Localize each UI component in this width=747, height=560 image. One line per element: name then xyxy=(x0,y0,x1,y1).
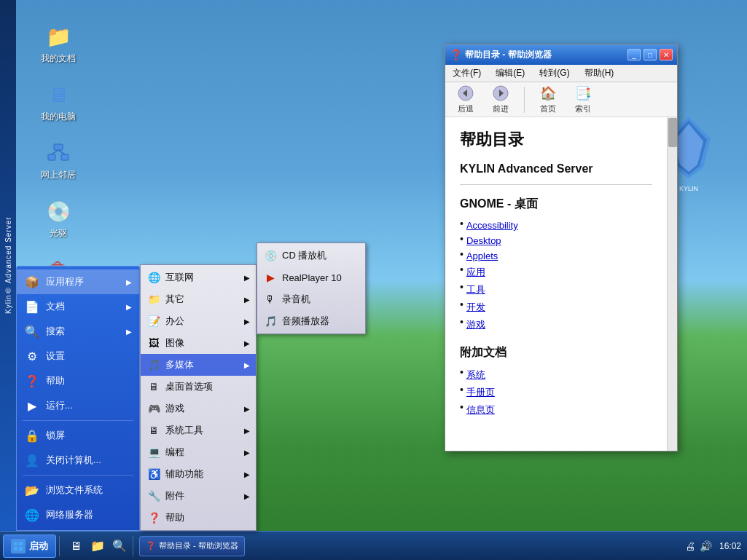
menu-item-lock[interactable]: 🔒 锁屏 xyxy=(17,423,139,448)
help-browser-window[interactable]: ❓ 帮助目录 - 帮助浏览器 _ □ ✕ 文件(F) 编辑(E) 转到(G) 帮… xyxy=(445,44,678,451)
link-games[interactable]: 游戏 xyxy=(466,318,485,331)
maximize-button[interactable]: □ xyxy=(644,49,657,60)
submenu-item-multimedia[interactable]: 🎵 多媒体 ▶ xyxy=(141,354,256,376)
kylin-sidebar-text: Kylin® Advanced Server xyxy=(4,217,12,315)
submenu-item-realplayer[interactable]: ▶ RealPlayer 10 xyxy=(257,267,365,288)
submenu-item-internet[interactable]: 🌐 互联网 ▶ xyxy=(141,267,256,288)
link-desktop[interactable]: Desktop xyxy=(466,235,501,246)
menu-item-shutdown[interactable]: 👤 关闭计算机... xyxy=(17,448,139,473)
help-link-apps: • 应用 xyxy=(460,264,652,281)
help-subtitle: KYLIN Advanced Server xyxy=(460,162,652,176)
menu-separator-bottom xyxy=(23,475,133,476)
menu-item-filemanager[interactable]: 📂 浏览文件系统 xyxy=(17,478,139,502)
close-button[interactable]: ✕ xyxy=(660,49,673,60)
link-system[interactable]: 系统 xyxy=(466,368,485,382)
menu-item-label: 网络服务器 xyxy=(46,508,132,521)
run-icon: ▶ xyxy=(24,398,40,414)
submenu-item-accessibility[interactable]: ♿ 辅助功能 ▶ xyxy=(141,463,256,485)
submenu-label: 图像 xyxy=(165,336,240,350)
window-menubar: 文件(F) 编辑(E) 转到(G) 帮助(H) xyxy=(445,65,677,82)
link-apps[interactable]: 应用 xyxy=(466,266,485,279)
submenu-item-accessories[interactable]: 🔧 附件 ▶ xyxy=(141,485,256,507)
desktop-icon-network[interactable]: 网上邻居 xyxy=(33,138,84,180)
menu-item-search[interactable]: 🔍 搜索 ▶ xyxy=(17,319,139,344)
window-btn-label: 帮助目录 - 帮助浏览器 xyxy=(159,540,238,551)
start-menu: 📦 应用程序 ▶ 📄 文档 ▶ 🔍 搜索 ▶ ⚙ 设置 ❓ 帮助 ▶ 运行...… xyxy=(16,266,140,531)
link-accessibility[interactable]: Accessibility xyxy=(466,220,518,231)
menu-goto[interactable]: 转到(G) xyxy=(535,66,574,81)
taskbar-window-button[interactable]: ❓ 帮助目录 - 帮助浏览器 xyxy=(139,536,245,556)
menu-file[interactable]: 文件(F) xyxy=(448,66,485,81)
svg-rect-16 xyxy=(19,547,23,551)
svg-rect-0 xyxy=(54,144,63,150)
window-title: 帮助目录 - 帮助浏览器 xyxy=(465,49,625,61)
minimize-button[interactable]: _ xyxy=(627,49,641,60)
scrollbar-thumb[interactable] xyxy=(668,118,677,147)
menu-item-label: 锁屏 xyxy=(46,429,132,442)
window-title-icon: ❓ xyxy=(450,49,462,60)
menu-item-settings[interactable]: ⚙ 设置 xyxy=(17,344,139,368)
back-button[interactable]: 后退 xyxy=(451,82,480,117)
menu-item-label: 搜索 xyxy=(46,325,120,338)
submenu-item-games[interactable]: 🎮 游戏 ▶ xyxy=(141,398,256,419)
taskbar-icon-2[interactable]: 📁 xyxy=(87,536,108,556)
submenu-item-programming[interactable]: 💻 编程 ▶ xyxy=(141,441,256,463)
arrow-icon: ▶ xyxy=(244,296,250,304)
desktop-icon-label: 我的电脑 xyxy=(41,111,76,122)
menu-edit[interactable]: 编辑(E) xyxy=(491,66,529,81)
submenu-item-audio-player[interactable]: 🎵 音频播放器 xyxy=(257,310,365,332)
submenu-item-recorder[interactable]: 🎙 录音机 xyxy=(257,288,365,310)
submenu-label: 游戏 xyxy=(165,402,240,415)
tray-icon-network[interactable]: 🔊 xyxy=(700,540,712,552)
link-manpage[interactable]: 手册页 xyxy=(466,386,495,399)
menu-help[interactable]: 帮助(H) xyxy=(580,66,619,81)
help-link-desktop: • Desktop xyxy=(460,233,652,248)
taskbar-divider xyxy=(59,536,60,556)
image-icon: 🖼 xyxy=(146,336,161,350)
home-icon: 🏠 xyxy=(539,84,557,102)
settings-icon: ⚙ xyxy=(24,348,40,364)
arrow-icon: ▶ xyxy=(126,278,132,286)
arrow-icon: ▶ xyxy=(244,361,250,369)
forward-icon xyxy=(492,84,509,102)
desktop-icon-my-docs[interactable]: 📁 我的文档 xyxy=(33,22,84,63)
menu-item-help[interactable]: ❓ 帮助 xyxy=(17,368,139,393)
submenu-item-help2[interactable]: ❓ 帮助 xyxy=(141,507,256,529)
submenu-item-office[interactable]: 📝 办公 ▶ xyxy=(141,310,256,332)
submenu-item-cd-player[interactable]: 💿 CD 播放机 xyxy=(257,245,365,267)
link-infopage[interactable]: 信息页 xyxy=(466,403,495,417)
arrow-icon: ▶ xyxy=(244,405,250,413)
accessibility-icon: ♿ xyxy=(146,467,161,481)
arrow-icon: ▶ xyxy=(244,427,250,435)
scrollbar[interactable] xyxy=(667,117,677,451)
menu-item-apps[interactable]: 📦 应用程序 ▶ xyxy=(17,269,139,294)
desktop-prefs-icon: 🖥 xyxy=(146,379,161,394)
help-divider xyxy=(460,184,652,185)
arrow-icon: ▶ xyxy=(244,492,250,500)
start-button[interactable]: 启动 xyxy=(3,535,56,558)
desktop-icon-disc[interactable]: 💿 光驱 xyxy=(33,197,84,238)
link-tools[interactable]: 工具 xyxy=(466,283,485,296)
home-button[interactable]: 🏠 首页 xyxy=(533,82,563,117)
start-label: 启动 xyxy=(29,540,48,553)
tray-icon-printer[interactable]: 🖨 xyxy=(685,540,695,552)
taskbar-icon-1[interactable]: 🖥 xyxy=(66,536,86,556)
desktop-icon-my-computer[interactable]: 🖥 我的电脑 xyxy=(33,80,84,122)
link-dev[interactable]: 开发 xyxy=(466,301,485,314)
help-link-accessibility: • Accessibility xyxy=(460,218,652,233)
link-applets[interactable]: Applets xyxy=(466,251,498,261)
menu-item-run[interactable]: ▶ 运行... xyxy=(17,393,139,418)
submenu-item-desktop-prefs[interactable]: 🖥 桌面首选项 xyxy=(141,376,256,398)
menu-item-docs[interactable]: 📄 文档 ▶ xyxy=(17,294,139,319)
help-link-applets: • Applets xyxy=(460,248,652,264)
forward-label: 前进 xyxy=(493,103,509,114)
submenu-item-image[interactable]: 🖼 图像 ▶ xyxy=(141,332,256,354)
menu-item-network-server[interactable]: 🌐 网络服务器 xyxy=(17,502,139,527)
taskbar-icon-3[interactable]: 🔍 xyxy=(109,536,130,556)
index-button[interactable]: 📑 索引 xyxy=(568,82,598,117)
submenu-item-system-tools[interactable]: 🖥 系统工具 ▶ xyxy=(141,419,256,441)
help-section1: GNOME - 桌面 xyxy=(460,197,652,212)
submenu-label: 帮助 xyxy=(165,511,250,524)
forward-button[interactable]: 前进 xyxy=(486,82,515,117)
submenu-item-other[interactable]: 📁 其它 ▶ xyxy=(141,288,256,310)
